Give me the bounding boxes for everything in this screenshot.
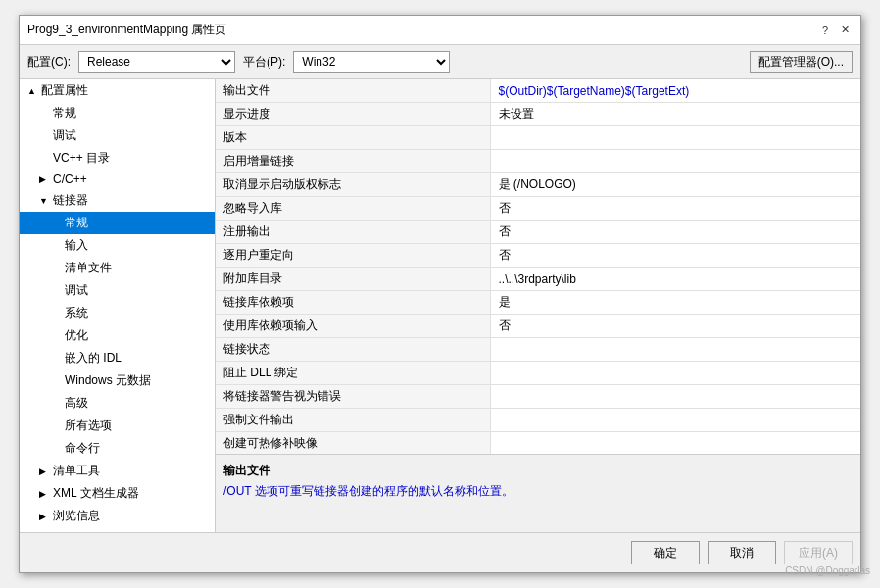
- tree-item-root[interactable]: ▲配置属性: [20, 79, 215, 102]
- config-manager-button[interactable]: 配置管理器(O)...: [750, 51, 853, 73]
- tree-item-vcpp[interactable]: VC++ 目录: [20, 147, 215, 170]
- tree-item-linker-debug[interactable]: 调试: [20, 279, 215, 302]
- prop-name-2: 版本: [216, 126, 490, 150]
- close-button[interactable]: ✕: [837, 23, 853, 38]
- table-row[interactable]: 逐用户重定向否: [216, 244, 860, 268]
- tree-item-cpp[interactable]: ▶C/C++: [20, 170, 215, 189]
- prop-name-8: 附加库目录: [216, 268, 490, 291]
- prop-value-13: [490, 385, 860, 409]
- prop-name-1: 显示进度: [216, 103, 490, 126]
- table-row[interactable]: 启用增量链接: [216, 150, 860, 173]
- prop-value-0: $(OutDir)$(TargetName)$(TargetExt): [490, 79, 860, 103]
- toolbar: 配置(C): Release 平台(P): Win32 配置管理器(O)...: [20, 45, 860, 79]
- prop-name-10: 使用库依赖项输入: [216, 315, 490, 338]
- tree-label-linker-winmeta: Windows 元数据: [65, 372, 151, 389]
- dialog: Prog9_3_environmentMapping 属性页 ? ✕ 配置(C)…: [19, 15, 861, 573]
- prop-value-4: 是 (/NOLOGO): [490, 173, 860, 197]
- properties-grid: 输出文件$(OutDir)$(TargetName)$(TargetExt)显示…: [216, 79, 860, 454]
- prop-value-6: 否: [490, 220, 860, 244]
- tree-item-normal[interactable]: 常规: [20, 102, 215, 124]
- tree-item-linker-cmd[interactable]: 命令行: [20, 437, 215, 460]
- tree-label-linker-debug: 调试: [65, 282, 88, 299]
- tree-label-linker-opt: 优化: [65, 327, 88, 344]
- tree-label-linker-all: 所有选项: [65, 417, 112, 434]
- prop-value-12: [490, 362, 860, 385]
- prop-name-3: 启用增量链接: [216, 150, 490, 173]
- tree-item-linker-general[interactable]: 常规: [20, 212, 215, 234]
- table-row[interactable]: 注册输出否: [216, 220, 860, 244]
- table-row[interactable]: 取消显示启动版权标志是 (/NOLOGO): [216, 173, 860, 197]
- tree-arrow-cpp: ▶: [39, 174, 49, 184]
- table-row[interactable]: 阻止 DLL 绑定: [216, 362, 860, 385]
- ok-button[interactable]: 确定: [631, 541, 700, 564]
- tree-label-linker: 链接器: [53, 192, 88, 209]
- prop-value-11: [490, 338, 860, 362]
- tree-item-linker-adv[interactable]: 高级: [20, 392, 215, 415]
- tree-item-linker-all[interactable]: 所有选项: [20, 415, 215, 437]
- config-label: 配置(C):: [27, 54, 71, 71]
- tree-label-normal: 常规: [53, 105, 76, 122]
- tree-label-linker-input: 输入: [65, 237, 88, 254]
- tree-arrow-manifest-tool: ▶: [39, 466, 49, 476]
- tree-arrow-xml-doc: ▶: [39, 489, 49, 499]
- tree-label-manifest-tool: 清单工具: [53, 463, 100, 479]
- description-title: 输出文件: [223, 463, 853, 479]
- tree-item-linker-winmeta[interactable]: Windows 元数据: [20, 369, 215, 392]
- tree-panel: ▲配置属性常规调试VC++ 目录▶C/C++▼链接器常规输入清单文件调试系统优化…: [20, 79, 216, 532]
- prop-name-9: 链接库依赖项: [216, 291, 490, 315]
- prop-value-2: [490, 126, 860, 150]
- table-row[interactable]: 链接库依赖项是: [216, 291, 860, 315]
- tree-label-browse-info: 浏览信息: [53, 508, 100, 524]
- tree-item-xml-doc[interactable]: ▶XML 文档生成器: [20, 482, 215, 505]
- table-row[interactable]: 创建可热修补映像: [216, 432, 860, 455]
- help-button[interactable]: ?: [817, 23, 833, 38]
- tree-item-linker[interactable]: ▼链接器: [20, 189, 215, 212]
- platform-select[interactable]: Win32: [293, 51, 450, 73]
- right-panel: 输出文件$(OutDir)$(TargetName)$(TargetExt)显示…: [216, 79, 860, 532]
- prop-name-5: 忽略导入库: [216, 197, 490, 220]
- tree-label-cpp: C/C++: [53, 172, 87, 186]
- table-row[interactable]: 附加库目录..\..\3rdparty\lib: [216, 268, 860, 291]
- table-row[interactable]: 输出文件$(OutDir)$(TargetName)$(TargetExt): [216, 79, 860, 103]
- prop-value-5: 否: [490, 197, 860, 220]
- tree-item-linker-idl[interactable]: 嵌入的 IDL: [20, 347, 215, 369]
- table-row[interactable]: 版本: [216, 126, 860, 150]
- description-text: /OUT 选项可重写链接器创建的程序的默认名称和位置。: [223, 483, 853, 500]
- prop-value-14: [490, 409, 860, 432]
- table-row[interactable]: 显示进度未设置: [216, 103, 860, 126]
- tree-item-linker-system[interactable]: 系统: [20, 302, 215, 324]
- prop-name-15: 创建可热修补映像: [216, 432, 490, 455]
- config-select[interactable]: Release: [78, 51, 235, 73]
- tree-label-linker-manifest: 清单文件: [65, 260, 112, 276]
- prop-name-12: 阻止 DLL 绑定: [216, 362, 490, 385]
- tree-item-manifest-tool[interactable]: ▶清单工具: [20, 460, 215, 482]
- cancel-button[interactable]: 取消: [708, 541, 776, 564]
- table-row[interactable]: 使用库依赖项输入否: [216, 315, 860, 338]
- prop-name-6: 注册输出: [216, 220, 490, 244]
- prop-value-3: [490, 150, 860, 173]
- tree-item-browse-info[interactable]: ▶浏览信息: [20, 505, 215, 527]
- table-row[interactable]: 忽略导入库否: [216, 197, 860, 220]
- tree-label-xml-doc: XML 文档生成器: [53, 485, 139, 502]
- tree-item-linker-opt[interactable]: 优化: [20, 324, 215, 347]
- apply-button[interactable]: 应用(A): [784, 541, 853, 564]
- tree-arrow-root: ▲: [27, 86, 37, 96]
- prop-name-0: 输出文件: [216, 79, 490, 103]
- table-row[interactable]: 链接状态: [216, 338, 860, 362]
- tree-label-linker-adv: 高级: [65, 395, 88, 412]
- watermark: CSDN @Doggarlas: [785, 565, 870, 576]
- bottom-bar: 确定 取消 应用(A): [20, 532, 860, 572]
- prop-value-10: 否: [490, 315, 860, 338]
- prop-name-4: 取消显示启动版权标志: [216, 173, 490, 197]
- tree-item-linker-input[interactable]: 输入: [20, 234, 215, 257]
- table-row[interactable]: 将链接器警告视为错误: [216, 385, 860, 409]
- tree-label-linker-system: 系统: [65, 305, 88, 321]
- tree-item-debug[interactable]: 调试: [20, 124, 215, 147]
- tree-item-linker-manifest[interactable]: 清单文件: [20, 257, 215, 279]
- tree-label-root: 配置属性: [41, 82, 88, 99]
- main-content: ▲配置属性常规调试VC++ 目录▶C/C++▼链接器常规输入清单文件调试系统优化…: [20, 79, 860, 532]
- title-controls: ? ✕: [817, 23, 853, 38]
- prop-value-8: ..\..\3rdparty\lib: [490, 268, 860, 291]
- tree-label-debug: 调试: [53, 127, 76, 144]
- table-row[interactable]: 强制文件输出: [216, 409, 860, 432]
